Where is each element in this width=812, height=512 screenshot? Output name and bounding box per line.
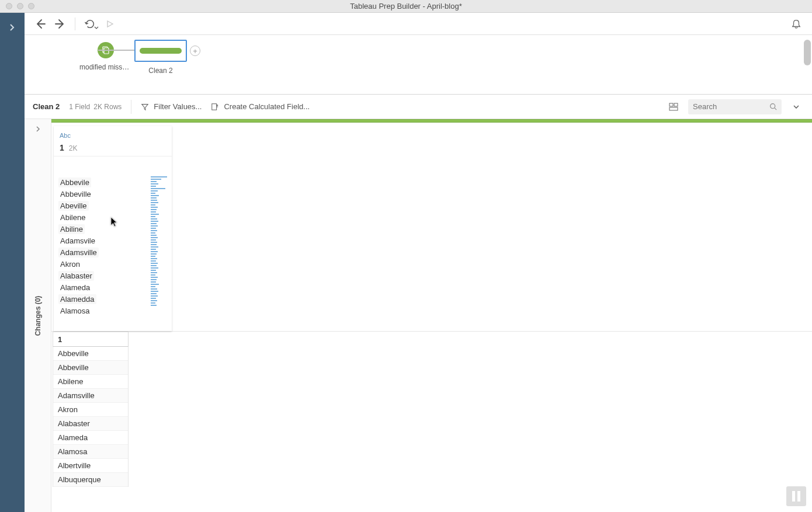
view-toggle-button[interactable] <box>666 99 681 114</box>
data-grid: 1 AbbevilleAbbevilleAbileneAdamsvilleAkr… <box>51 332 812 512</box>
grid-column-header[interactable]: 1 <box>53 332 129 347</box>
filter-values-button[interactable]: Filter Values... <box>141 102 202 111</box>
search-box[interactable] <box>688 99 782 114</box>
step-rows-count: 2K Rows <box>93 103 122 111</box>
grid-column-name: 1 <box>58 335 62 344</box>
filter-values-label: Filter Values... <box>154 102 202 111</box>
svg-rect-5 <box>669 107 678 110</box>
create-calc-field-label: Create Calculated Field... <box>224 102 310 111</box>
search-icon <box>769 103 777 110</box>
profile-field-card[interactable]: Abc 1 2K AbbevileAbbevilleAbevilleAbilen… <box>54 126 172 331</box>
flow-clean-label: Clean 2 <box>134 67 187 75</box>
expand-rail-button[interactable] <box>8 23 16 33</box>
profile-value-count: 2K <box>69 144 78 152</box>
grid-row[interactable]: Abilene <box>53 375 128 389</box>
search-input[interactable] <box>693 102 757 111</box>
refresh-button[interactable] <box>82 16 98 32</box>
flow-clean-node[interactable]: Clean 2 <box>134 40 187 75</box>
svg-point-6 <box>771 104 775 109</box>
back-button[interactable] <box>33 16 48 32</box>
grid-row[interactable]: Adamsville <box>53 389 128 403</box>
grid-row[interactable]: Alameda <box>53 431 128 445</box>
grid-row[interactable]: Abbeville <box>53 361 128 375</box>
add-step-button[interactable]: + <box>190 46 200 56</box>
left-nav-rail <box>0 13 25 512</box>
run-flow-button[interactable] <box>102 16 117 32</box>
step-fields-count: 1 Field <box>69 103 90 111</box>
collapse-pane-button[interactable] <box>789 99 804 114</box>
profile-field-name: 1 <box>60 143 64 152</box>
grid-row[interactable]: Albertville <box>53 459 128 473</box>
grid-row[interactable]: Alabaster <box>53 417 128 431</box>
filter-icon <box>141 103 149 111</box>
flow-input-node[interactable]: modified missp... <box>79 42 132 71</box>
changes-label: Changes (0) <box>34 295 42 336</box>
profile-minimap[interactable] <box>151 176 168 326</box>
changes-panel-collapsed[interactable]: Changes (0) <box>25 119 51 512</box>
flow-connector <box>98 50 134 51</box>
grid-row[interactable]: Alamosa <box>53 445 128 459</box>
notifications-button[interactable] <box>789 16 804 32</box>
step-header-bar: Clean 2 1 Field 2K Rows Filter Values...… <box>25 95 812 119</box>
field-type-badge: Abc <box>60 132 71 139</box>
svg-rect-4 <box>674 103 678 106</box>
profile-pane: Abc 1 2K AbbevileAbbevilleAbevilleAbilen… <box>51 123 812 332</box>
svg-rect-1 <box>104 48 109 54</box>
step-name: Clean 2 <box>33 102 60 111</box>
chevron-right-icon <box>35 125 41 134</box>
main-toolbar <box>25 13 812 35</box>
forward-button[interactable] <box>53 16 68 32</box>
window-titlebar: Tableau Prep Builder - April-blog* <box>0 0 812 13</box>
grid-row[interactable]: Abbeville <box>53 347 128 361</box>
calc-field-icon <box>211 103 219 111</box>
svg-rect-2 <box>212 103 217 110</box>
flow-canvas[interactable]: modified missp... Clean 2 + <box>25 35 812 95</box>
recording-pause-button[interactable] <box>786 486 806 506</box>
grid-row[interactable]: Albuquerque <box>53 473 128 487</box>
window-title: Tableau Prep Builder - April-blog* <box>0 2 812 11</box>
grid-row[interactable]: Akron <box>53 403 128 417</box>
flow-scrollbar[interactable] <box>803 40 811 89</box>
svg-rect-3 <box>669 103 673 106</box>
create-calc-field-button[interactable]: Create Calculated Field... <box>211 102 310 111</box>
flow-input-label: modified missp... <box>79 63 132 71</box>
